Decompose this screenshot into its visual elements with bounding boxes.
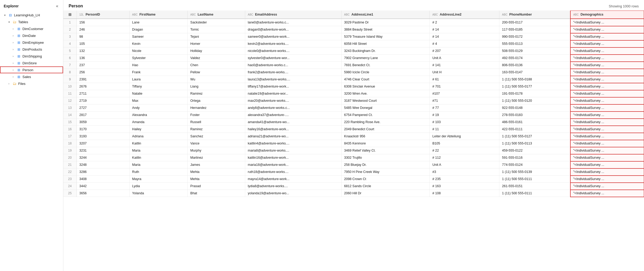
col-type-icon: ABC xyxy=(573,13,579,16)
cell-rownum: 5 xyxy=(63,47,77,55)
col-header-firstname[interactable]: ABCFirstName xyxy=(129,11,187,19)
cell-addressline1: 6754 Pampered Ct. xyxy=(341,112,430,119)
cell-personid: 98 xyxy=(77,33,129,40)
sidebar-item-learninghub[interactable]: ▾⊟LearningHub_LH xyxy=(0,12,63,18)
sidebar-item-label: Tables xyxy=(18,20,28,24)
cell-firstname: Kaitlin xyxy=(129,154,187,161)
cell-rownum: 23 xyxy=(63,176,77,183)
col-label: Demographics xyxy=(580,13,603,16)
sidebar-item-files[interactable]: ›🗂Files xyxy=(0,80,63,87)
col-header-emailaddress[interactable]: ABCEmailAddress xyxy=(245,11,341,19)
cell-rownum: 9 xyxy=(63,76,77,83)
cell-personid: 3059 xyxy=(77,119,129,126)
cell-addressline1: 2098 Crown Ct xyxy=(341,176,430,183)
cell-phonenumber: 508-555-0129 xyxy=(499,47,571,55)
cell-addressline2: #107 xyxy=(430,90,499,97)
col-header-personid[interactable]: 12LPersonID xyxy=(77,11,129,19)
cell-phonenumber: 1 (11) 500 555-0139 xyxy=(499,168,571,176)
cell-lastname: Russell xyxy=(188,119,245,126)
table-icon: ⊞ xyxy=(16,54,21,59)
table-icon: ⊞ xyxy=(16,61,21,65)
chevron-icon: › xyxy=(13,27,16,30)
table-row: 5132NicoleHollidaynicole0@adventure-work… xyxy=(63,47,644,55)
table-row: 132727AndyHernandezandy8@adventure-works… xyxy=(63,104,644,112)
table-row: 122719MaxOrtegamax20@adventure-works....… xyxy=(63,97,644,104)
cell-demographics: "<IndividualSurvey ... xyxy=(570,62,644,69)
cell-emailaddress: kevin2@adventure-works.... xyxy=(245,40,341,47)
col-header-phonenumber[interactable]: ABCPhoneNumber xyxy=(499,11,571,19)
table-layout-icon: ⊞ xyxy=(68,12,72,17)
cell-phonenumber: 1 (11) 500 555-0111 xyxy=(499,190,571,197)
col-header-rownum[interactable]: ⊞ xyxy=(63,11,77,19)
col-header-demographics[interactable]: ABCDemographics xyxy=(570,11,644,19)
cell-addressline1: 5379 Treasure Island Way xyxy=(341,33,430,40)
cell-firstname: Laura xyxy=(129,76,187,83)
cell-personid: 246 xyxy=(77,26,129,33)
cell-addressline2: B105 xyxy=(430,140,499,147)
cell-emailaddress: max20@adventure-works.... xyxy=(245,97,341,104)
sidebar-item-sales[interactable]: ›⊞Sales xyxy=(0,73,63,80)
sidebar-item-label: LearningHub_LH xyxy=(14,13,40,17)
cell-phonenumber: 200-555-0117 xyxy=(499,19,571,26)
chevron-icon: › xyxy=(13,62,16,65)
table-row: 4105KevinHomerkevin2@adventure-works....… xyxy=(63,40,644,47)
cell-phonenumber: 459-555-0122 xyxy=(499,147,571,154)
cell-lastname: Valdez xyxy=(188,55,245,62)
sidebar-title: Explorer xyxy=(4,4,19,8)
cell-lastname: Foster xyxy=(188,112,245,119)
cell-phonenumber: 1 (11) 500 555-0188 xyxy=(499,76,571,83)
cell-addressline2: # 14 xyxy=(430,26,499,33)
cell-emailaddress: amanda41@adventure-wo... xyxy=(245,119,341,126)
cell-demographics: "<IndividualSurvey ... xyxy=(570,83,644,90)
sidebar-item-dimcustomer[interactable]: ›⊞DimCustomer xyxy=(0,25,63,32)
cell-demographics: "<IndividualSurvey ... xyxy=(570,55,644,62)
chevron-icon: › xyxy=(13,69,16,71)
sidebar-item-dimproducts[interactable]: ›⊞DimProducts xyxy=(0,46,63,53)
cell-emailaddress: laura13@adventure-works.... xyxy=(245,76,341,83)
cell-demographics: "<IndividualSurvey ... xyxy=(570,140,644,147)
sidebar-item-dimstore[interactable]: ›⊞DimStore xyxy=(0,60,63,66)
cell-demographics: "<IndividualSurvey ... xyxy=(570,19,644,26)
cell-lastname: Murphy xyxy=(188,147,245,154)
cell-demographics: "<IndividualSurvey ... xyxy=(570,154,644,161)
cell-phonenumber: 1 (11) 500 555-0177 xyxy=(499,83,571,90)
cell-emailaddress: dragan0@adventure-work... xyxy=(245,26,341,33)
cell-addressline2: Unit A xyxy=(430,55,499,62)
cell-addressline1: 258 Bluejay Dr. xyxy=(341,161,430,168)
cell-demographics: "<IndividualSurvey ... xyxy=(570,119,644,126)
cell-firstname: Lydia xyxy=(129,183,187,190)
collapse-button[interactable]: « xyxy=(55,3,59,9)
cell-emailaddress: sylvester0@adventure-wor... xyxy=(245,55,341,62)
sidebar-item-dimemployee[interactable]: ›⊞DimEmployee xyxy=(0,39,63,46)
cell-demographics: "<IndividualSurvey ... xyxy=(570,190,644,197)
cell-rownum: 7 xyxy=(63,62,77,69)
cell-phonenumber: 486-555-0161 xyxy=(499,119,571,126)
cell-emailaddress: mayra14@adventure-work... xyxy=(245,176,341,183)
cell-addressline2: # 2 xyxy=(430,19,499,26)
col-header-lastname[interactable]: ABCLastName xyxy=(188,11,245,19)
sidebar-item-label: DimCustomer xyxy=(22,27,43,31)
table-row: 193231MariaMurphymaria8@adventure-works.… xyxy=(63,147,644,154)
cell-rownum: 18 xyxy=(63,140,77,147)
col-label: AddressLine2 xyxy=(440,13,462,16)
sidebar-item-tables[interactable]: ▾🗂Tables xyxy=(0,18,63,25)
col-header-addressline1[interactable]: ABCAddressLine1 xyxy=(341,11,430,19)
col-type-icon: ABC xyxy=(132,13,138,16)
cell-addressline2: # 77 xyxy=(430,104,499,112)
cell-rownum: 24 xyxy=(63,183,77,190)
cell-phonenumber: 261-555-0151 xyxy=(499,183,571,190)
col-header-addressline2[interactable]: ABCAddressLine2 xyxy=(430,11,499,19)
cell-personid: 2676 xyxy=(77,83,129,90)
sidebar-item-person[interactable]: ›⊞Person xyxy=(0,66,63,73)
cell-emailaddress: hao0@adventure-works.c... xyxy=(245,62,341,69)
table-icon: ⊞ xyxy=(16,67,21,72)
sidebar-item-dimshipping[interactable]: ›⊞DimShipping xyxy=(0,53,63,60)
table-row: 92391LauraWulaura13@adventure-works....4… xyxy=(63,76,644,83)
sidebar-item-dimdate[interactable]: ›⊞DimDate xyxy=(0,32,63,39)
table-wrapper[interactable]: ⊞12LPersonIDABCFirstNameABCLastNameABCEm… xyxy=(63,11,644,271)
cell-addressline1: 7950 H Pine Creek Way xyxy=(341,168,430,176)
cell-addressline1: 5485 Wee Donegal xyxy=(341,104,430,112)
cell-personid: 3207 xyxy=(77,140,129,147)
cell-addressline2: Leiter der Abteilung xyxy=(430,133,499,140)
cell-addressline2: # 61 xyxy=(430,76,499,83)
